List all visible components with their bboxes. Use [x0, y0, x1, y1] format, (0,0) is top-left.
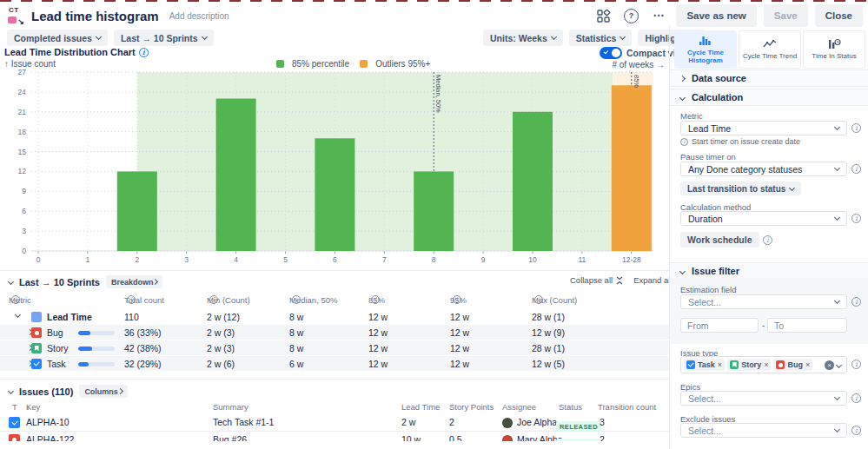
table-row[interactable]: Task 32 (29%) 2 w (6) 6 w 12 w 12 w 12 w… — [0, 356, 669, 371]
close-button[interactable]: Close — [815, 4, 863, 27]
info-icon[interactable]: i — [851, 393, 861, 403]
remove-tag-icon[interactable]: × — [718, 360, 722, 369]
collapse-all-button[interactable]: Collapse all — [570, 275, 623, 285]
help-button[interactable]: ? — [620, 5, 641, 26]
calculation-method-select[interactable]: Duration — [680, 211, 847, 226]
chevron-down-icon[interactable] — [15, 312, 21, 318]
info-icon[interactable]: i — [851, 426, 861, 435]
info-icon[interactable]: i — [209, 295, 218, 304]
chart-title: Lead Time Distribution Chart i — [4, 47, 149, 57]
info-icon[interactable]: i — [453, 295, 461, 304]
chevron-down-icon — [834, 426, 840, 432]
issue-type-tag-bug[interactable]: Bug × — [773, 359, 812, 371]
breakdown-section-header[interactable]: Last → 10 Sprints Breakdown — [9, 275, 162, 288]
breakdown-button[interactable]: Breakdown — [106, 275, 163, 288]
save-button[interactable]: Save — [764, 4, 808, 27]
info-icon[interactable]: i — [127, 295, 136, 304]
svg-text:9: 9 — [481, 255, 486, 264]
pause-timer-select[interactable]: Any Done category statuses — [680, 162, 847, 176]
story-icon — [31, 343, 42, 353]
histogram-icon — [698, 35, 713, 46]
tab-cycle-time-trend[interactable]: Cycle Time Trend — [739, 30, 801, 69]
svg-text:5: 5 — [283, 255, 288, 264]
chevron-down-icon — [679, 267, 686, 274]
issue-type-tag-task[interactable]: Task × — [684, 359, 725, 371]
sprints-dropdown[interactable]: Last → 10 Sprints — [114, 30, 214, 46]
issue-type-tag-story[interactable]: Story × — [727, 359, 771, 371]
share-progress-bar — [78, 362, 115, 366]
pause-timer-label: Pause timer on — [680, 152, 736, 162]
data-source-section[interactable]: Data source — [670, 69, 868, 87]
info-icon[interactable]: i — [139, 48, 149, 57]
calculation-section[interactable]: Calculation — [670, 89, 868, 106]
status-badge: RELEASED — [556, 434, 601, 441]
app-logo-arrow-icon: ↘ — [17, 17, 24, 26]
svg-text:7: 7 — [382, 255, 387, 264]
info-icon[interactable]: i — [851, 123, 861, 133]
epics-select[interactable]: Select... — [680, 391, 847, 406]
top-stripe — [0, 0, 868, 2]
clear-all-icon[interactable]: × — [825, 360, 834, 370]
completed-issues-dropdown[interactable]: Completed issues — [7, 30, 108, 46]
metric-label: Metric — [680, 111, 703, 121]
status-badge: RELEASED — [556, 417, 601, 432]
columns-button[interactable]: Columns — [79, 385, 128, 398]
estimation-field-select[interactable]: Select... — [680, 294, 847, 309]
statistics-dropdown[interactable]: Statistics — [569, 30, 633, 46]
bug-icon — [31, 327, 42, 338]
legend-item-outliers[interactable]: Outliers 95%+ — [360, 59, 430, 69]
info-icon[interactable]: i — [851, 360, 861, 369]
info-icon[interactable]: i — [763, 235, 772, 245]
green-swatch-icon — [276, 60, 284, 68]
issue-filter-section[interactable]: Issue filter — [670, 262, 868, 280]
chevron-right-icon — [152, 279, 158, 285]
remove-tag-icon[interactable]: × — [764, 360, 768, 369]
table-row[interactable]: Lead Time 110 2 w (12) 8 w 12 w 12 w 28 … — [0, 309, 669, 324]
tab-time-in-status[interactable]: Time In Status — [803, 30, 865, 69]
info-icon[interactable]: i — [292, 295, 301, 304]
svg-text:3: 3 — [22, 227, 26, 235]
info-icon[interactable]: i — [851, 214, 861, 223]
svg-text:27: 27 — [18, 69, 27, 76]
remove-tag-icon[interactable]: × — [805, 360, 810, 369]
info-icon[interactable]: i — [851, 297, 861, 307]
svg-text:6: 6 — [333, 255, 337, 264]
svg-text:15: 15 — [18, 148, 27, 156]
add-description-link[interactable]: Add description — [169, 11, 229, 21]
exclude-issues-select[interactable]: Select... — [680, 423, 847, 438]
widgets-button[interactable] — [593, 5, 613, 26]
issues-section-header[interactable]: Issues (110) Columns — [9, 385, 128, 398]
info-icon[interactable]: i — [371, 295, 380, 304]
issue-type-multiselect[interactable]: Task × Story × Bug × × — [680, 356, 847, 373]
app-logo-pink-block — [8, 17, 17, 23]
lead-time-distribution-chart[interactable]: 03691215182124270123456789101112-28Media… — [0, 69, 667, 268]
compact-view-toggle[interactable] — [600, 47, 622, 59]
svg-text:1: 1 — [86, 255, 90, 264]
tab-cycle-time-histogram[interactable]: Cycle Time Histogram — [674, 30, 737, 69]
widgets-icon — [596, 9, 611, 23]
more-button[interactable]: ⋯ — [648, 5, 669, 26]
last-transition-dropdown[interactable]: Last transition to status — [680, 182, 801, 195]
svg-text:0: 0 — [22, 247, 26, 255]
table-row[interactable]: ALPHA-10 Tech Task #1-1 2 w 2 Joe Alpha … — [0, 414, 669, 432]
table-controls: Collapse all Expand all — [570, 275, 683, 285]
metric-select[interactable]: Lead Time — [680, 121, 847, 135]
to-input[interactable] — [767, 318, 847, 333]
metric-hint: i Start timer on issue create date — [680, 137, 800, 146]
legend-item-percentile[interactable]: 85% percentile — [276, 59, 349, 69]
units-dropdown[interactable]: Units: Weeks — [483, 30, 563, 46]
info-icon[interactable]: i — [851, 164, 861, 174]
lead-time-histogram-app: CT ↘ Lead time histogram Add description… — [0, 0, 868, 449]
from-input[interactable] — [680, 318, 759, 333]
avatar — [502, 418, 513, 428]
work-schedule-button[interactable]: Work schedule — [680, 232, 759, 248]
save-as-new-button[interactable]: Save as new — [676, 4, 756, 27]
info-icon[interactable]: i — [534, 295, 543, 304]
chart-legend: 85% percentile Outliers 95%+ — [276, 59, 430, 69]
table-row[interactable]: Bug 36 (33%) 2 w (3) 8 w 12 w 12 w 12 w … — [0, 325, 669, 340]
task-icon — [31, 359, 42, 369]
info-icon[interactable]: i — [11, 295, 20, 304]
table-row[interactable]: ALPHA-122 Bug #26 10 w 0.5 Mary Alpha RE… — [0, 432, 669, 441]
table-row[interactable]: Story 42 (38%) 2 w (3) 8 w 12 w 12 w 28 … — [0, 340, 669, 355]
sort-descending-icon: ↓ — [26, 402, 30, 412]
